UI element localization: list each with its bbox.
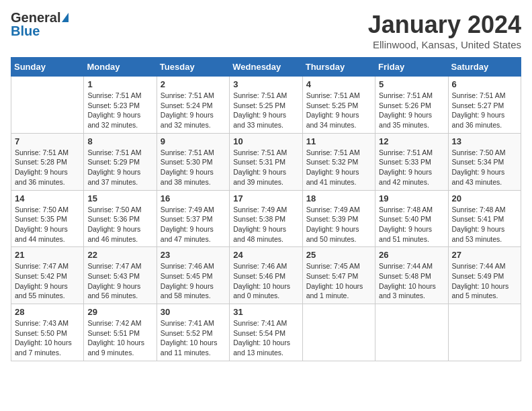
calendar-cell: 11Sunrise: 7:51 AM Sunset: 5:32 PM Dayli… <box>302 133 375 190</box>
calendar-week-row: 7Sunrise: 7:51 AM Sunset: 5:28 PM Daylig… <box>11 133 521 190</box>
weekday-header-tuesday: Tuesday <box>157 58 229 77</box>
logo-general-text: General <box>11 11 60 24</box>
day-number: 3 <box>233 79 298 89</box>
calendar-cell: 16Sunrise: 7:49 AM Sunset: 5:37 PM Dayli… <box>157 190 229 247</box>
weekday-header-saturday: Saturday <box>448 58 521 77</box>
day-number: 13 <box>452 136 517 146</box>
day-number: 2 <box>161 79 226 89</box>
day-info: Sunrise: 7:50 AM Sunset: 5:35 PM Dayligh… <box>15 205 80 244</box>
day-info: Sunrise: 7:41 AM Sunset: 5:52 PM Dayligh… <box>161 318 226 358</box>
calendar-cell: 28Sunrise: 7:43 AM Sunset: 5:50 PM Dayli… <box>11 304 84 361</box>
day-number: 8 <box>87 136 152 146</box>
day-info: Sunrise: 7:42 AM Sunset: 5:51 PM Dayligh… <box>87 318 152 358</box>
calendar-table: SundayMondayTuesdayWednesdayThursdayFrid… <box>11 57 521 361</box>
title-block: January 2024 Ellinwood, Kansas, United S… <box>368 11 521 50</box>
calendar-cell: 19Sunrise: 7:48 AM Sunset: 5:40 PM Dayli… <box>375 190 448 247</box>
calendar-cell: 20Sunrise: 7:48 AM Sunset: 5:41 PM Dayli… <box>448 190 521 247</box>
calendar-week-row: 14Sunrise: 7:50 AM Sunset: 5:35 PM Dayli… <box>11 190 521 247</box>
day-info: Sunrise: 7:44 AM Sunset: 5:48 PM Dayligh… <box>379 261 444 301</box>
weekday-header-thursday: Thursday <box>302 58 375 77</box>
day-info: Sunrise: 7:51 AM Sunset: 5:28 PM Dayligh… <box>15 148 80 187</box>
day-info: Sunrise: 7:51 AM Sunset: 5:27 PM Dayligh… <box>452 91 517 130</box>
calendar-week-row: 21Sunrise: 7:47 AM Sunset: 5:42 PM Dayli… <box>11 247 521 304</box>
day-info: Sunrise: 7:51 AM Sunset: 5:32 PM Dayligh… <box>306 148 371 187</box>
day-number: 22 <box>87 250 152 260</box>
calendar-cell: 24Sunrise: 7:46 AM Sunset: 5:46 PM Dayli… <box>230 247 302 304</box>
calendar-cell <box>375 304 448 361</box>
calendar-cell: 10Sunrise: 7:51 AM Sunset: 5:31 PM Dayli… <box>230 133 302 190</box>
day-info: Sunrise: 7:51 AM Sunset: 5:24 PM Dayligh… <box>161 91 226 130</box>
page-header: General Blue January 2024 Ellinwood, Kan… <box>11 11 521 50</box>
day-number: 19 <box>379 193 444 203</box>
day-number: 29 <box>87 307 152 317</box>
weekday-header-sunday: Sunday <box>11 58 84 77</box>
day-number: 7 <box>15 136 80 146</box>
day-number: 21 <box>15 250 80 260</box>
day-number: 20 <box>452 193 517 203</box>
calendar-cell: 14Sunrise: 7:50 AM Sunset: 5:35 PM Dayli… <box>11 190 84 247</box>
weekday-header-row: SundayMondayTuesdayWednesdayThursdayFrid… <box>11 58 521 77</box>
calendar-cell: 9Sunrise: 7:51 AM Sunset: 5:30 PM Daylig… <box>157 133 229 190</box>
day-number: 15 <box>87 193 152 203</box>
day-number: 31 <box>233 307 298 317</box>
calendar-cell: 31Sunrise: 7:41 AM Sunset: 5:54 PM Dayli… <box>230 304 302 361</box>
calendar-cell: 8Sunrise: 7:51 AM Sunset: 5:29 PM Daylig… <box>84 133 157 190</box>
day-info: Sunrise: 7:51 AM Sunset: 5:25 PM Dayligh… <box>306 91 371 130</box>
logo-blue-text: Blue <box>11 24 40 38</box>
day-info: Sunrise: 7:48 AM Sunset: 5:40 PM Dayligh… <box>379 205 444 244</box>
day-info: Sunrise: 7:47 AM Sunset: 5:43 PM Dayligh… <box>87 261 152 301</box>
calendar-cell: 1Sunrise: 7:51 AM Sunset: 5:23 PM Daylig… <box>84 77 157 134</box>
calendar-cell: 26Sunrise: 7:44 AM Sunset: 5:48 PM Dayli… <box>375 247 448 304</box>
calendar-cell: 4Sunrise: 7:51 AM Sunset: 5:25 PM Daylig… <box>302 77 375 134</box>
day-info: Sunrise: 7:45 AM Sunset: 5:47 PM Dayligh… <box>306 261 371 301</box>
day-info: Sunrise: 7:44 AM Sunset: 5:49 PM Dayligh… <box>452 261 517 301</box>
day-info: Sunrise: 7:49 AM Sunset: 5:39 PM Dayligh… <box>306 205 371 244</box>
day-info: Sunrise: 7:49 AM Sunset: 5:37 PM Dayligh… <box>161 205 226 244</box>
calendar-cell: 15Sunrise: 7:50 AM Sunset: 5:36 PM Dayli… <box>84 190 157 247</box>
day-number: 9 <box>161 136 226 146</box>
day-number: 10 <box>233 136 298 146</box>
day-info: Sunrise: 7:51 AM Sunset: 5:29 PM Dayligh… <box>87 148 152 187</box>
day-number: 4 <box>306 79 371 89</box>
calendar-cell: 29Sunrise: 7:42 AM Sunset: 5:51 PM Dayli… <box>84 304 157 361</box>
calendar-cell: 30Sunrise: 7:41 AM Sunset: 5:52 PM Dayli… <box>157 304 229 361</box>
calendar-cell: 3Sunrise: 7:51 AM Sunset: 5:25 PM Daylig… <box>230 77 302 134</box>
calendar-cell: 6Sunrise: 7:51 AM Sunset: 5:27 PM Daylig… <box>448 77 521 134</box>
day-number: 16 <box>161 193 226 203</box>
day-info: Sunrise: 7:41 AM Sunset: 5:54 PM Dayligh… <box>233 318 298 358</box>
day-info: Sunrise: 7:47 AM Sunset: 5:42 PM Dayligh… <box>15 261 80 301</box>
day-info: Sunrise: 7:43 AM Sunset: 5:50 PM Dayligh… <box>15 318 80 358</box>
weekday-header-monday: Monday <box>84 58 157 77</box>
day-number: 14 <box>15 193 80 203</box>
day-number: 28 <box>15 307 80 317</box>
calendar-week-row: 28Sunrise: 7:43 AM Sunset: 5:50 PM Dayli… <box>11 304 521 361</box>
day-number: 23 <box>161 250 226 260</box>
day-number: 5 <box>379 79 444 89</box>
day-number: 6 <box>452 79 517 89</box>
calendar-cell: 12Sunrise: 7:51 AM Sunset: 5:33 PM Dayli… <box>375 133 448 190</box>
day-info: Sunrise: 7:46 AM Sunset: 5:46 PM Dayligh… <box>233 261 298 301</box>
month-year-title: January 2024 <box>368 11 521 39</box>
calendar-cell: 17Sunrise: 7:49 AM Sunset: 5:38 PM Dayli… <box>230 190 302 247</box>
day-number: 25 <box>306 250 371 260</box>
day-number: 1 <box>87 79 152 89</box>
calendar-cell: 25Sunrise: 7:45 AM Sunset: 5:47 PM Dayli… <box>302 247 375 304</box>
day-number: 26 <box>379 250 444 260</box>
calendar-cell <box>448 304 521 361</box>
logo-triangle-icon <box>62 13 69 22</box>
calendar-cell: 18Sunrise: 7:49 AM Sunset: 5:39 PM Dayli… <box>302 190 375 247</box>
weekday-header-friday: Friday <box>375 58 448 77</box>
day-info: Sunrise: 7:50 AM Sunset: 5:36 PM Dayligh… <box>87 205 152 244</box>
logo: General Blue <box>11 11 69 38</box>
weekday-header-wednesday: Wednesday <box>230 58 302 77</box>
calendar-cell <box>11 77 84 134</box>
day-info: Sunrise: 7:48 AM Sunset: 5:41 PM Dayligh… <box>452 205 517 244</box>
day-number: 11 <box>306 136 371 146</box>
day-info: Sunrise: 7:51 AM Sunset: 5:23 PM Dayligh… <box>87 91 152 130</box>
day-number: 24 <box>233 250 298 260</box>
day-number: 18 <box>306 193 371 203</box>
calendar-cell: 13Sunrise: 7:50 AM Sunset: 5:34 PM Dayli… <box>448 133 521 190</box>
day-info: Sunrise: 7:51 AM Sunset: 5:31 PM Dayligh… <box>233 148 298 187</box>
day-number: 27 <box>452 250 517 260</box>
day-info: Sunrise: 7:51 AM Sunset: 5:30 PM Dayligh… <box>161 148 226 187</box>
